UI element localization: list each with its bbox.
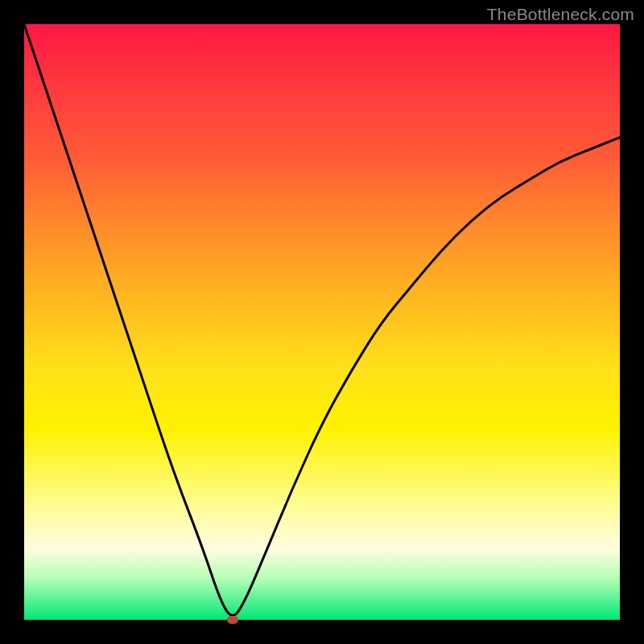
- watermark-text: TheBottleneck.com: [487, 5, 634, 24]
- curve-svg: [24, 24, 620, 620]
- chart-frame: TheBottleneck.com: [0, 0, 644, 644]
- plot-area: [24, 24, 620, 620]
- bottleneck-curve-path: [24, 24, 620, 615]
- optimal-point-marker: [227, 616, 238, 624]
